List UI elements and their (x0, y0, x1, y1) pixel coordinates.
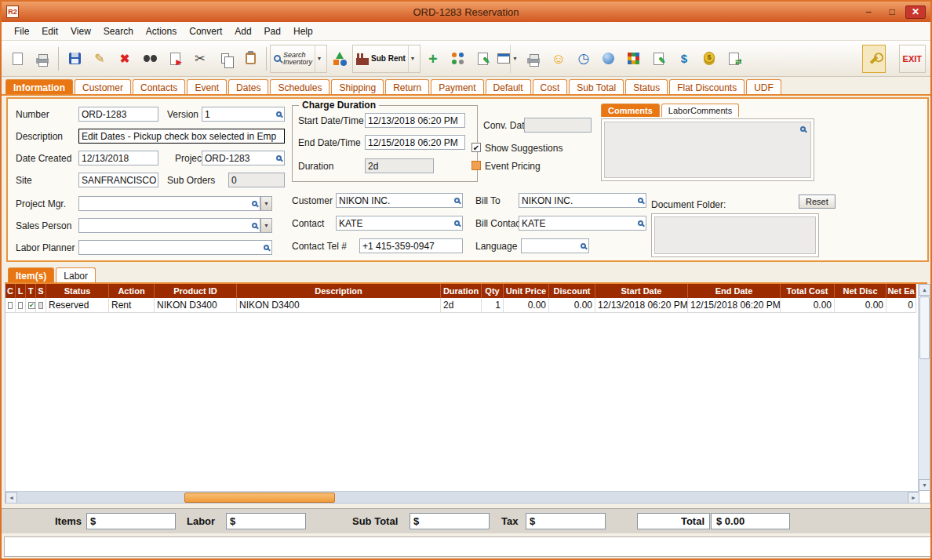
duration-field[interactable]: 2d (365, 158, 434, 173)
show-suggestions-checkbox[interactable]: ✔ (471, 143, 481, 152)
row-t-cell[interactable]: ✔ (26, 298, 36, 313)
new-document-button[interactable] (5, 45, 29, 73)
tab-payment[interactable]: Payment (431, 79, 483, 96)
search-icon[interactable] (276, 111, 282, 117)
horizontal-scrollbar[interactable]: ◄ ► (5, 491, 919, 503)
row-net-disc[interactable]: 0.00 (835, 298, 886, 313)
col-net-ea[interactable]: Net Ea (886, 284, 916, 298)
col-l[interactable]: L (16, 284, 26, 298)
calendar-button[interactable]: ▼ (497, 45, 520, 73)
row-start-date[interactable]: 12/13/2018 06:20 PM (595, 298, 688, 313)
print-button[interactable] (31, 45, 54, 73)
row-duration[interactable]: 2d (441, 298, 482, 313)
contact-tel-field[interactable]: +1 415-359-0947 (359, 238, 463, 253)
checkbox[interactable] (38, 302, 43, 309)
scroll-right-icon[interactable]: ► (908, 492, 919, 504)
edit-button[interactable]: ✎ (88, 45, 111, 73)
reset-button[interactable]: Reset (799, 195, 836, 209)
key-tool-button[interactable] (862, 45, 886, 73)
date-created-field[interactable]: 12/13/2018 (78, 151, 158, 165)
contact-field[interactable]: KATE (336, 216, 463, 231)
tax-field[interactable]: $ (526, 513, 606, 529)
labor-planner-field[interactable] (78, 240, 272, 255)
search-icon[interactable] (638, 198, 643, 203)
search-icon[interactable] (800, 126, 806, 132)
maximize-button[interactable]: □ (882, 5, 902, 19)
tab-event[interactable]: Event (187, 79, 227, 96)
scroll-up-icon[interactable]: ▲ (919, 284, 930, 296)
col-duration[interactable]: Duration (441, 284, 482, 298)
menu-help[interactable]: Help (287, 24, 319, 39)
event-pricing-checkbox[interactable] (471, 161, 481, 170)
sub-orders-field[interactable]: 0 (228, 173, 285, 187)
smiley-button[interactable]: ☺ (547, 45, 570, 73)
menu-search[interactable]: Search (97, 24, 140, 39)
tab-return[interactable]: Return (385, 79, 429, 96)
tab-default[interactable]: Default (486, 79, 531, 96)
table-row[interactable]: ✔ Reserved Rent NIKON D3400 NIKON D3400 … (5, 298, 916, 313)
col-c[interactable]: C (5, 284, 16, 298)
col-end-date[interactable]: End Date (688, 284, 781, 298)
tab-cost[interactable]: Cost (533, 79, 568, 96)
total-value-field[interactable]: $ 0.00 (711, 513, 790, 529)
col-net-disc[interactable]: Net Disc (835, 284, 886, 298)
scroll-left-icon[interactable]: ◄ (5, 492, 17, 504)
row-total-cost[interactable]: 0.00 (781, 298, 835, 313)
tab-comments[interactable]: Comments (601, 104, 660, 117)
close-button[interactable]: ✕ (905, 5, 926, 19)
menu-file[interactable]: File (8, 24, 35, 39)
shapes-button[interactable] (328, 45, 351, 73)
row-unit-price[interactable]: 0.00 (504, 298, 549, 313)
search-icon[interactable] (581, 243, 586, 249)
menu-actions[interactable]: Actions (140, 24, 183, 39)
col-qty[interactable]: Qty (482, 284, 504, 298)
search-icon[interactable] (454, 198, 460, 203)
row-c-cell[interactable] (5, 298, 16, 313)
chevron-down-icon[interactable]: ▼ (315, 45, 323, 73)
customer-field[interactable]: NIKON INC. (336, 193, 463, 208)
menu-add[interactable]: Add (228, 24, 257, 39)
cube-button[interactable] (622, 45, 646, 73)
tab-information[interactable]: Information (5, 79, 73, 96)
comments-box[interactable] (601, 118, 814, 181)
row-net-ea[interactable]: 0 (886, 298, 916, 313)
money-button[interactable]: $ (697, 45, 721, 73)
scroll-down-icon[interactable]: ▼ (919, 479, 930, 491)
site-field[interactable]: SANFRANCISCO (78, 173, 158, 187)
menu-pad[interactable]: Pad (258, 24, 287, 39)
col-total-cost[interactable]: Total Cost (781, 284, 835, 298)
globe-button[interactable] (597, 45, 621, 73)
col-unit-price[interactable]: Unit Price (504, 284, 549, 298)
vertical-scrollbar[interactable]: ▲ ▼ (918, 284, 930, 491)
add-button[interactable]: + (421, 45, 445, 73)
row-discount[interactable]: 0.00 (549, 298, 595, 313)
menu-convert[interactable]: Convert (183, 24, 228, 39)
cut-button[interactable]: ✂ (188, 45, 212, 73)
col-product-id[interactable]: Product ID (155, 284, 237, 298)
col-t[interactable]: T (26, 284, 36, 298)
tab-udf[interactable]: UDF (746, 79, 781, 96)
checkbox[interactable] (18, 302, 23, 309)
menu-view[interactable]: View (64, 24, 97, 39)
bill-contact-field[interactable]: KATE (519, 216, 646, 231)
edit-note-button[interactable]: ✎ (471, 45, 495, 73)
row-l-cell[interactable] (16, 298, 26, 313)
row-s-cell[interactable] (36, 298, 46, 313)
project-field[interactable]: ORD-1283 (202, 151, 285, 165)
end-datetime-field[interactable]: 12/15/2018 06:20 PM (365, 135, 465, 150)
search-icon[interactable] (276, 155, 282, 161)
col-status[interactable]: Status (46, 284, 109, 298)
tab-flat-discounts[interactable]: Flat Discounts (669, 79, 745, 96)
document-folder-box[interactable] (651, 213, 819, 257)
col-discount[interactable]: Discount (549, 284, 595, 298)
delete-button[interactable]: ✖ (113, 45, 137, 73)
project-mgr-dropdown[interactable]: ▼ (260, 196, 272, 211)
tab-labor-comments[interactable]: LaborComments (661, 104, 739, 117)
row-qty[interactable]: 1 (482, 298, 504, 313)
items-total-field[interactable]: $ (86, 513, 176, 529)
checkbox[interactable]: ✔ (28, 302, 35, 309)
dollar-transfer-button[interactable]: $ (672, 45, 696, 73)
tab-dates[interactable]: Dates (228, 79, 268, 96)
bill-to-field[interactable]: NIKON INC. (519, 193, 646, 208)
description-field[interactable]: Edit Dates - Pickup check box selected i… (78, 129, 285, 144)
